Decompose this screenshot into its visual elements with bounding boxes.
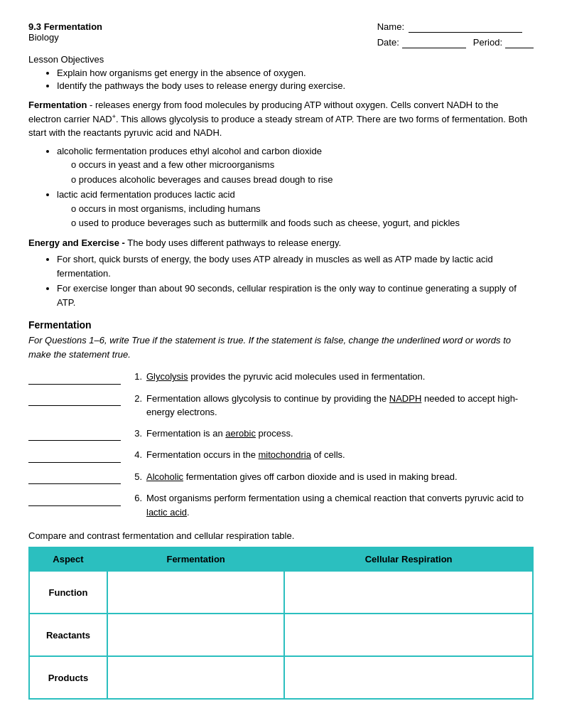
cellular-respiration-products[interactable] (284, 656, 533, 699)
fermentation-reactants[interactable] (107, 614, 284, 656)
energy-exercise-paragraph: Energy and Exercise - The body uses diff… (28, 236, 534, 310)
answer-blank-1[interactable] (28, 370, 121, 385)
aspect-function: Function (29, 571, 107, 614)
fermentation-intro-paragraph: Fermentation - releases energy from food… (28, 98, 534, 230)
question-3: 3. Fermentation is an aerobic process. (28, 427, 534, 441)
period-label: Period: (473, 37, 502, 48)
sub-bullet-beverages: produces alcoholic beverages and causes … (71, 173, 534, 187)
sub-bullet-organisms: occurs in most organisms, including huma… (71, 202, 534, 216)
question-2: 2. Fermentation allows glycolysis to con… (28, 392, 534, 419)
cellular-respiration-function[interactable] (284, 571, 533, 614)
comparison-intro: Compare and contrast fermentation and ce… (28, 530, 534, 541)
energy-bullet-1: For short, quick bursts of energy, the b… (57, 252, 534, 280)
aspect-reactants: Reactants (29, 614, 107, 656)
energy-bullet-2: For exercise longer than about 90 second… (57, 282, 534, 309)
objective-1: Explain how organisms get energy in the … (57, 68, 534, 78)
page-title: 9.3 Fermentation (28, 21, 102, 32)
objective-2: Identify the pathways the body uses to r… (57, 80, 534, 91)
date-label: Date: (377, 37, 399, 48)
table-header-cellular-respiration: Cellular Respiration (284, 547, 533, 571)
bullet-alcoholic: alcoholic fermentation produces ethyl al… (57, 144, 534, 187)
question-1: 1. Glycolysis provides the pyruvic acid … (28, 370, 534, 385)
answer-blank-4[interactable] (28, 448, 121, 463)
sub-bullet-yeast: occurs in yeast and a few other microorg… (71, 158, 534, 172)
table-row-products: Products (29, 656, 533, 699)
name-field[interactable] (409, 21, 522, 33)
answer-blank-2[interactable] (28, 392, 121, 407)
answer-blank-5[interactable] (28, 470, 121, 485)
name-label: Name: (377, 21, 404, 32)
table-header-fermentation: Fermentation (107, 547, 284, 571)
questions-list: 1. Glycolysis provides the pyruvic acid … (28, 370, 534, 519)
section-instructions: For Questions 1–6, write True if the sta… (28, 333, 534, 361)
table-row-function: Function (29, 571, 533, 614)
cellular-respiration-reactants[interactable] (284, 614, 533, 656)
question-6: 6. Most organisms perform fermentation u… (28, 491, 534, 519)
objectives-list: Explain how organisms get energy in the … (28, 68, 534, 91)
answer-blank-6[interactable] (28, 491, 121, 506)
lesson-objectives-label: Lesson Objectives (28, 54, 534, 65)
bullet-lactic: lactic acid fermentation produces lactic… (57, 188, 534, 230)
subject-label: Biology (28, 32, 102, 43)
fermentation-section-heading: Fermentation (28, 319, 534, 331)
fermentation-function[interactable] (107, 571, 284, 614)
table-header-aspect: Aspect (29, 547, 107, 571)
question-5: 5. Alcoholic fermentation gives off carb… (28, 470, 534, 485)
table-row-reactants: Reactants (29, 614, 533, 656)
comparison-table: Aspect Fermentation Cellular Respiration… (28, 547, 534, 700)
answer-blank-3[interactable] (28, 427, 121, 441)
question-4: 4. Fermentation occurs in the mitochondr… (28, 448, 534, 463)
fermentation-products[interactable] (107, 656, 284, 699)
date-field[interactable] (402, 37, 466, 48)
period-field[interactable] (505, 37, 534, 48)
sub-bullet-beverages2: used to produce beverages such as butter… (71, 216, 534, 230)
aspect-products: Products (29, 656, 107, 699)
